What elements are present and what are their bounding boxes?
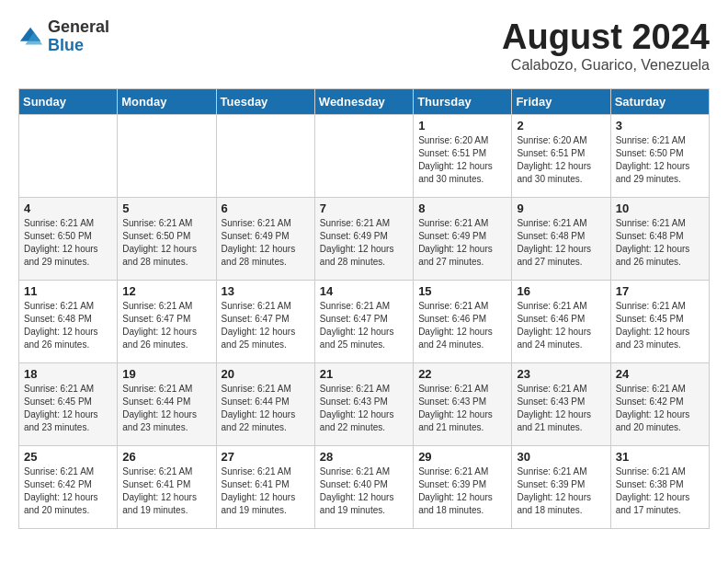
- day-info: Sunrise: 6:21 AM Sunset: 6:42 PM Dayligh…: [616, 383, 704, 434]
- day-number: 4: [24, 201, 112, 215]
- logo-icon: [18, 24, 44, 50]
- day-number: 6: [222, 201, 310, 215]
- day-cell: 12Sunrise: 6:21 AM Sunset: 6:47 PM Dayli…: [118, 280, 216, 362]
- day-number: 31: [616, 450, 704, 464]
- logo-general: General: [48, 18, 109, 37]
- week-row-3: 11Sunrise: 6:21 AM Sunset: 6:48 PM Dayli…: [19, 280, 710, 362]
- day-info: Sunrise: 6:21 AM Sunset: 6:42 PM Dayligh…: [24, 465, 112, 517]
- day-info: Sunrise: 6:21 AM Sunset: 6:41 PM Dayligh…: [122, 465, 210, 517]
- day-info: Sunrise: 6:21 AM Sunset: 6:50 PM Dayligh…: [616, 134, 704, 186]
- day-info: Sunrise: 6:21 AM Sunset: 6:46 PM Dayligh…: [418, 300, 506, 351]
- day-number: 21: [320, 367, 408, 381]
- day-info: Sunrise: 6:21 AM Sunset: 6:46 PM Dayligh…: [517, 300, 605, 351]
- day-number: 18: [24, 367, 112, 381]
- day-number: 30: [517, 450, 605, 464]
- week-row-4: 18Sunrise: 6:21 AM Sunset: 6:45 PM Dayli…: [19, 362, 710, 445]
- day-info: Sunrise: 6:21 AM Sunset: 6:49 PM Dayligh…: [222, 217, 310, 269]
- logo-text: General Blue: [48, 18, 109, 55]
- day-cell: 18Sunrise: 6:21 AM Sunset: 6:45 PM Dayli…: [19, 362, 118, 445]
- header-sunday: Sunday: [19, 88, 118, 114]
- day-info: Sunrise: 6:21 AM Sunset: 6:49 PM Dayligh…: [320, 217, 408, 269]
- day-info: Sunrise: 6:21 AM Sunset: 6:40 PM Dayligh…: [320, 465, 408, 517]
- day-info: Sunrise: 6:21 AM Sunset: 6:45 PM Dayligh…: [24, 383, 112, 434]
- day-info: Sunrise: 6:21 AM Sunset: 6:43 PM Dayligh…: [418, 383, 506, 434]
- day-cell: 1Sunrise: 6:20 AM Sunset: 6:51 PM Daylig…: [414, 114, 512, 197]
- calendar-body: 1Sunrise: 6:20 AM Sunset: 6:51 PM Daylig…: [19, 114, 710, 528]
- day-info: Sunrise: 6:21 AM Sunset: 6:50 PM Dayligh…: [24, 217, 112, 269]
- day-cell: 4Sunrise: 6:21 AM Sunset: 6:50 PM Daylig…: [19, 197, 118, 280]
- header-row: SundayMondayTuesdayWednesdayThursdayFrid…: [19, 88, 710, 114]
- day-cell: 15Sunrise: 6:21 AM Sunset: 6:46 PM Dayli…: [414, 280, 512, 362]
- day-cell: [314, 114, 413, 197]
- day-info: Sunrise: 6:21 AM Sunset: 6:44 PM Dayligh…: [222, 383, 310, 434]
- day-number: 22: [418, 367, 506, 381]
- header-wednesday: Wednesday: [314, 88, 413, 114]
- day-number: 11: [24, 284, 112, 298]
- day-cell: 19Sunrise: 6:21 AM Sunset: 6:44 PM Dayli…: [118, 362, 216, 445]
- day-number: 2: [517, 119, 605, 132]
- day-info: Sunrise: 6:21 AM Sunset: 6:48 PM Dayligh…: [24, 300, 112, 351]
- day-number: 20: [222, 367, 310, 381]
- day-number: 14: [320, 284, 408, 298]
- day-info: Sunrise: 6:21 AM Sunset: 6:50 PM Dayligh…: [122, 217, 210, 269]
- day-info: Sunrise: 6:21 AM Sunset: 6:43 PM Dayligh…: [320, 383, 408, 434]
- day-info: Sunrise: 6:21 AM Sunset: 6:41 PM Dayligh…: [222, 465, 310, 517]
- day-info: Sunrise: 6:20 AM Sunset: 6:51 PM Dayligh…: [517, 134, 605, 186]
- day-cell: 29Sunrise: 6:21 AM Sunset: 6:39 PM Dayli…: [414, 445, 512, 528]
- day-info: Sunrise: 6:21 AM Sunset: 6:44 PM Dayligh…: [122, 383, 210, 434]
- day-cell: [19, 114, 118, 197]
- day-cell: 2Sunrise: 6:20 AM Sunset: 6:51 PM Daylig…: [512, 114, 610, 197]
- day-number: 19: [122, 367, 210, 381]
- day-cell: 5Sunrise: 6:21 AM Sunset: 6:50 PM Daylig…: [118, 197, 216, 280]
- day-number: 3: [616, 119, 704, 132]
- page-header: General Blue August 2024 Calabozo, Guari…: [18, 18, 710, 74]
- location-subtitle: Calabozo, Guarico, Venezuela: [502, 57, 710, 74]
- day-info: Sunrise: 6:21 AM Sunset: 6:48 PM Dayligh…: [517, 217, 605, 269]
- day-cell: 8Sunrise: 6:21 AM Sunset: 6:49 PM Daylig…: [414, 197, 512, 280]
- day-number: 23: [517, 367, 605, 381]
- day-info: Sunrise: 6:21 AM Sunset: 6:45 PM Dayligh…: [616, 300, 704, 351]
- day-cell: 26Sunrise: 6:21 AM Sunset: 6:41 PM Dayli…: [118, 445, 216, 528]
- day-cell: 14Sunrise: 6:21 AM Sunset: 6:47 PM Dayli…: [314, 280, 413, 362]
- day-info: Sunrise: 6:21 AM Sunset: 6:47 PM Dayligh…: [320, 300, 408, 351]
- header-thursday: Thursday: [414, 88, 512, 114]
- calendar-table: SundayMondayTuesdayWednesdayThursdayFrid…: [18, 88, 710, 529]
- day-number: 16: [517, 284, 605, 298]
- day-cell: 28Sunrise: 6:21 AM Sunset: 6:40 PM Dayli…: [314, 445, 413, 528]
- week-row-5: 25Sunrise: 6:21 AM Sunset: 6:42 PM Dayli…: [19, 445, 710, 528]
- day-number: 26: [122, 450, 210, 464]
- day-cell: 9Sunrise: 6:21 AM Sunset: 6:48 PM Daylig…: [512, 197, 610, 280]
- day-cell: 3Sunrise: 6:21 AM Sunset: 6:50 PM Daylig…: [610, 114, 709, 197]
- day-info: Sunrise: 6:21 AM Sunset: 6:49 PM Dayligh…: [418, 217, 506, 269]
- day-info: Sunrise: 6:20 AM Sunset: 6:51 PM Dayligh…: [418, 134, 506, 186]
- week-row-1: 1Sunrise: 6:20 AM Sunset: 6:51 PM Daylig…: [19, 114, 710, 197]
- day-number: 24: [616, 367, 704, 381]
- day-cell: [216, 114, 314, 197]
- day-number: 1: [418, 119, 506, 132]
- day-info: Sunrise: 6:21 AM Sunset: 6:43 PM Dayligh…: [517, 383, 605, 434]
- day-cell: 10Sunrise: 6:21 AM Sunset: 6:48 PM Dayli…: [610, 197, 709, 280]
- day-cell: 17Sunrise: 6:21 AM Sunset: 6:45 PM Dayli…: [610, 280, 709, 362]
- day-number: 15: [418, 284, 506, 298]
- day-cell: 23Sunrise: 6:21 AM Sunset: 6:43 PM Dayli…: [512, 362, 610, 445]
- month-title: August 2024: [502, 18, 710, 57]
- week-row-2: 4Sunrise: 6:21 AM Sunset: 6:50 PM Daylig…: [19, 197, 710, 280]
- day-number: 29: [418, 450, 506, 464]
- header-friday: Friday: [512, 88, 610, 114]
- day-number: 13: [222, 284, 310, 298]
- day-cell: 27Sunrise: 6:21 AM Sunset: 6:41 PM Dayli…: [216, 445, 314, 528]
- day-info: Sunrise: 6:21 AM Sunset: 6:39 PM Dayligh…: [517, 465, 605, 517]
- day-number: 5: [122, 201, 210, 215]
- day-number: 28: [320, 450, 408, 464]
- day-number: 12: [122, 284, 210, 298]
- day-cell: 21Sunrise: 6:21 AM Sunset: 6:43 PM Dayli…: [314, 362, 413, 445]
- logo: General Blue: [18, 18, 109, 55]
- day-number: 17: [616, 284, 704, 298]
- day-info: Sunrise: 6:21 AM Sunset: 6:38 PM Dayligh…: [616, 465, 704, 517]
- day-cell: 11Sunrise: 6:21 AM Sunset: 6:48 PM Dayli…: [19, 280, 118, 362]
- day-info: Sunrise: 6:21 AM Sunset: 6:48 PM Dayligh…: [616, 217, 704, 269]
- day-cell: 22Sunrise: 6:21 AM Sunset: 6:43 PM Dayli…: [414, 362, 512, 445]
- day-number: 8: [418, 201, 506, 215]
- day-cell: 25Sunrise: 6:21 AM Sunset: 6:42 PM Dayli…: [19, 445, 118, 528]
- day-number: 10: [616, 201, 704, 215]
